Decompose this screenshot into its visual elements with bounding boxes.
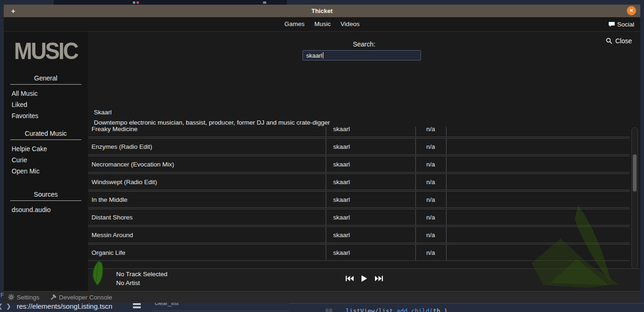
track-duration-cell: n/a	[415, 156, 446, 173]
section-divider	[10, 139, 81, 140]
track-title-cell: Windswept (Radio Edit)	[92, 174, 157, 191]
track-title-cell: In the Middle	[92, 192, 127, 208]
breadcrumb-back-icon: ❮	[0, 303, 3, 310]
sidebar-item-liked[interactable]: Liked	[4, 99, 88, 110]
track-artist-cell: skaarl	[333, 156, 350, 173]
sidebar-item-all-music[interactable]: All Music	[4, 88, 88, 99]
track-duration-cell: n/a	[415, 174, 446, 191]
track-artist-cell: skaarl	[333, 174, 350, 191]
section-divider	[10, 84, 81, 85]
section-title: Curated Music	[4, 130, 88, 137]
developer-console-label: Developer Console	[59, 294, 112, 301]
music-logo: MUSIC	[4, 38, 88, 67]
track-table: Freaky Medicine skaarl n/a Enzymes (Radi…	[88, 120, 630, 262]
godot-editor-top-strip	[0, 0, 644, 5]
social-label: Social	[617, 21, 634, 28]
close-window-button[interactable]: ✕	[627, 6, 636, 15]
player-bar: No Track Selected No Artist	[88, 268, 640, 291]
new-tab-button[interactable]: +	[11, 5, 15, 17]
artist-result-bio: Downtempo electronic musician, bassist, …	[94, 119, 330, 126]
play-button[interactable]	[361, 275, 367, 282]
breadcrumb-forward-icon: ❯	[6, 303, 11, 310]
settings-button[interactable]: Settings	[8, 294, 39, 301]
top-nav-bar: Games Music Videos Social	[4, 17, 640, 32]
table-row[interactable]: In the Middle skaarl n/a	[88, 191, 630, 208]
track-artist-cell: skaarl	[333, 227, 350, 244]
search-panel: Search: skaarl Close Skaarl Downtempo el…	[88, 32, 640, 127]
developer-console-button[interactable]: Developer Console	[50, 294, 112, 301]
sidebar-section-sources: Sources dsound.audio	[4, 191, 88, 215]
search-label: Search:	[88, 40, 640, 48]
track-title-cell: Organic Life	[92, 245, 125, 261]
code-method-call: .add_child(	[393, 307, 433, 312]
content-area: Freaky Medicine skaarl n/a Enzymes (Radi…	[88, 32, 640, 291]
track-title-cell: Necromancer (Evocation Mix)	[92, 156, 174, 173]
social-button[interactable]: Social	[608, 17, 634, 31]
sidebar-item-curie[interactable]: Curie	[4, 154, 88, 166]
godot-editor-right-strip	[640, 5, 644, 312]
table-scrollbar[interactable]	[631, 127, 638, 269]
code-argument: th…)	[433, 307, 447, 312]
section-title: General	[4, 74, 88, 82]
editor-unsaved-dot	[137, 1, 139, 4]
title-bar: + Thicket ✕	[4, 5, 640, 17]
panel-divider	[289, 303, 644, 304]
sidebar-item-favorites[interactable]: Favorites	[4, 110, 88, 121]
previous-icon	[346, 276, 354, 281]
sidebar-item-dsound-audio[interactable]: dsound.audio	[4, 204, 88, 215]
scrollbar-thumb[interactable]	[633, 154, 637, 192]
code-line-number: 88	[325, 307, 333, 312]
table-row[interactable]: Messin Around skaarl n/a	[88, 226, 630, 243]
nav-item-games[interactable]: Games	[284, 17, 305, 31]
player-controls	[88, 275, 640, 282]
sidebar-item-helpie-cake[interactable]: Helpie Cake	[4, 143, 88, 154]
godot-editor-left-strip: Fil	[0, 5, 4, 312]
table-row[interactable]: Organic Life skaarl n/a	[88, 244, 630, 261]
code-identifier: listView/list	[346, 307, 393, 312]
table-row[interactable]: Enzymes (Radio Edit) skaarl n/a	[88, 138, 630, 155]
nav-item-videos[interactable]: Videos	[341, 17, 360, 31]
screen: Fil ❮ ❯ res://elements/songListing.tscn …	[0, 0, 644, 312]
track-artist-cell: skaarl	[333, 209, 350, 226]
editor-icon	[133, 1, 135, 4]
sidebar-section-general: General All Music Liked Favorites	[4, 74, 88, 121]
track-title-cell: Enzymes (Radio Edit)	[92, 139, 152, 155]
thicket-window: + Thicket ✕ Games Music Videos Social MU…	[4, 5, 640, 303]
next-track-button[interactable]	[375, 276, 383, 281]
search-close-button[interactable]: Close	[606, 37, 632, 45]
speech-bubble-icon	[608, 21, 615, 27]
table-row[interactable]: Windswept (Radio Edit) skaarl n/a	[88, 173, 630, 190]
track-duration-cell: n/a	[415, 245, 446, 261]
previous-track-button[interactable]	[346, 276, 354, 281]
track-artist-cell: skaarl	[333, 139, 350, 155]
track-duration-cell: n/a	[415, 192, 446, 208]
gear-icon	[8, 294, 14, 300]
next-icon	[375, 276, 383, 281]
play-icon	[361, 275, 367, 282]
filesystem-dock-label: Fil	[0, 292, 4, 299]
sidebar-item-open-mic[interactable]: Open Mic	[4, 166, 88, 177]
search-input[interactable]: skaarl	[302, 50, 421, 60]
scene-path-breadcrumb[interactable]: res://elements/songListing.tscn	[17, 302, 112, 310]
nav-item-music[interactable]: Music	[315, 17, 331, 31]
track-title-cell: Distant Shores	[92, 209, 133, 226]
text-cursor	[323, 52, 323, 59]
search-close-label: Close	[615, 37, 632, 45]
track-artist-cell: skaarl	[333, 192, 350, 208]
artist-result-name[interactable]: Skaarl	[94, 109, 112, 116]
sidebar: MUSIC General All Music Liked Favorites …	[4, 32, 88, 291]
table-row[interactable]: Distant Shores skaarl n/a	[88, 209, 630, 226]
nav-items: Games Music Videos	[4, 17, 640, 31]
search-icon	[606, 38, 612, 44]
code-text: listView/list.add_child(th…)	[346, 307, 447, 312]
track-artist-cell: skaarl	[333, 245, 350, 261]
godot-editor-bottom-strip: ❮ ❯ res://elements/songListing.tscn clea…	[0, 301, 644, 312]
section-title: Sources	[4, 191, 88, 198]
search-input-value: skaarl	[306, 52, 322, 59]
track-duration-cell: n/a	[415, 139, 446, 155]
footer-bar: Settings Developer Console	[4, 291, 640, 303]
track-title-cell: Messin Around	[92, 227, 133, 244]
table-row[interactable]: Necromancer (Evocation Mix) skaarl n/a	[88, 156, 630, 173]
method-panel-border	[152, 311, 289, 311]
track-duration-cell: n/a	[415, 227, 446, 244]
